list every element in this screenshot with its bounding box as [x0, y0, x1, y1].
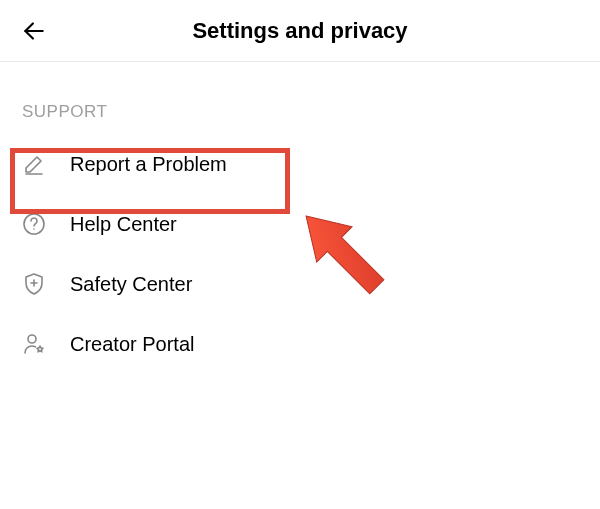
menu-item-safety-center[interactable]: Safety Center	[0, 254, 600, 314]
menu-item-label: Report a Problem	[70, 153, 227, 176]
svg-point-6	[28, 335, 36, 343]
menu-item-label: Safety Center	[70, 273, 192, 296]
menu-item-label: Creator Portal	[70, 333, 195, 356]
section-header-support: SUPPORT	[0, 62, 600, 134]
shield-plus-icon	[22, 272, 54, 296]
arrow-left-icon	[21, 18, 47, 44]
menu-item-help-center[interactable]: Help Center	[0, 194, 600, 254]
pencil-icon	[22, 152, 54, 176]
question-circle-icon	[22, 212, 54, 236]
header-bar: Settings and privacy	[0, 0, 600, 62]
menu-item-report-a-problem[interactable]: Report a Problem	[0, 134, 600, 194]
back-button[interactable]	[20, 17, 48, 45]
user-star-icon	[22, 332, 54, 356]
page-title: Settings and privacy	[0, 18, 600, 44]
svg-point-3	[33, 228, 35, 230]
svg-point-2	[24, 214, 44, 234]
menu-item-creator-portal[interactable]: Creator Portal	[0, 314, 600, 374]
menu-item-label: Help Center	[70, 213, 177, 236]
